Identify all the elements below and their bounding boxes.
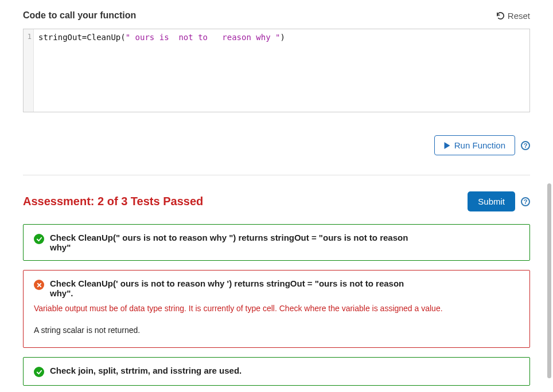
assessment-help-icon[interactable]: ? <box>521 197 530 206</box>
check-circle-icon <box>34 234 44 244</box>
check-circle-icon <box>34 367 44 377</box>
run-help-icon[interactable]: ? <box>521 141 530 150</box>
reset-label: Reset <box>508 11 530 21</box>
test-title: Check join, split, strtrim, and isstring… <box>50 366 242 375</box>
run-function-label: Run Function <box>454 140 505 150</box>
test-detail-message: A string scalar is not returned. <box>34 326 519 335</box>
test-result-fail: Check CleanUp(' ours is not to reason wh… <box>23 270 530 348</box>
code-token-prefix: stringOut=CleanUp( <box>38 33 126 42</box>
test-title: Check CleanUp(" ours is not to reason wh… <box>50 233 417 252</box>
section-title: Code to call your function <box>23 10 136 21</box>
refresh-icon <box>496 11 505 20</box>
code-editor[interactable]: 1 stringOut=CleanUp(" ours is not to rea… <box>23 29 530 112</box>
code-token-string: " ours is not to reason why " <box>126 33 281 42</box>
test-title: Check CleanUp(' ours is not to reason wh… <box>50 279 417 298</box>
assessment-title: Assessment: 2 of 3 Tests Passed <box>23 195 203 208</box>
x-circle-icon <box>34 280 44 290</box>
line-gutter: 1 <box>24 29 34 112</box>
reset-button[interactable]: Reset <box>496 11 530 21</box>
submit-button[interactable]: Submit <box>468 191 515 211</box>
run-function-button[interactable]: Run Function <box>434 135 515 155</box>
test-result-pass: Check join, split, strtrim, and isstring… <box>23 357 530 386</box>
test-error-message: Variable output must be of data type str… <box>34 304 519 313</box>
code-token-suffix: ) <box>280 33 285 42</box>
code-area[interactable]: stringOut=CleanUp(" ours is not to reaso… <box>34 29 529 112</box>
test-result-pass: Check CleanUp(" ours is not to reason wh… <box>23 224 530 261</box>
line-number: 1 <box>24 33 32 41</box>
scrollbar[interactable] <box>547 183 551 378</box>
play-icon <box>444 142 450 149</box>
